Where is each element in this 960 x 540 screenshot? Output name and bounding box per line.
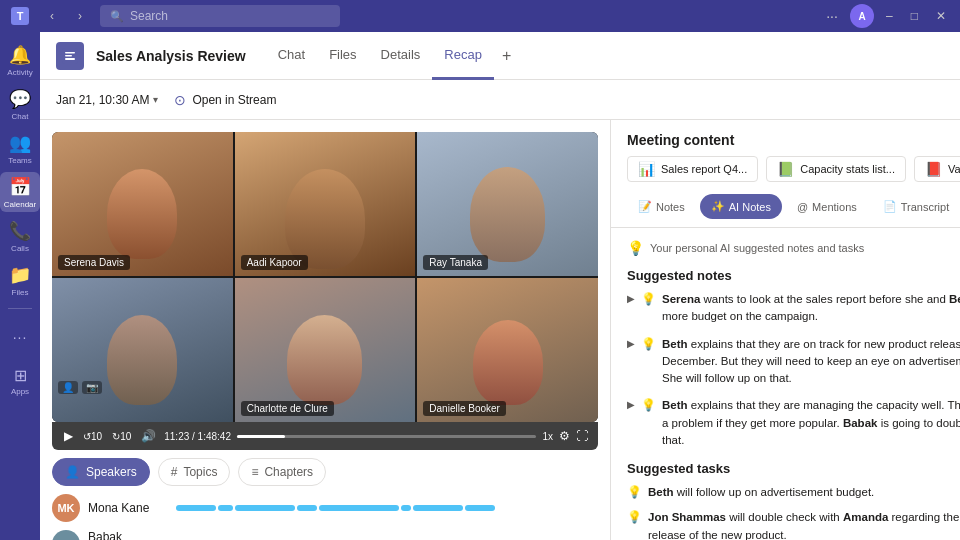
- ai-note-icon: 💡: [641, 292, 656, 306]
- channel-tabs: Chat Files Details Recap +: [266, 32, 520, 80]
- tab-files[interactable]: Files: [317, 32, 368, 80]
- bar-segment: [176, 505, 216, 511]
- sidebar-item-label-teams: Teams: [8, 156, 32, 165]
- date-selector[interactable]: Jan 21, 10:30 AM ▾: [56, 93, 158, 107]
- topics-icon: #: [171, 465, 178, 479]
- suggested-note: ▶ 💡 Beth explains that they are managing…: [627, 397, 960, 449]
- speaker-bars: [176, 504, 598, 512]
- window-close-button[interactable]: ✕: [930, 9, 952, 23]
- channel-icon: [56, 42, 84, 70]
- bar-segment: [401, 505, 411, 511]
- mentions-icon: @: [797, 201, 808, 213]
- playback-speed-button[interactable]: 1x: [542, 431, 553, 442]
- speaker-list: MK Mona Kane: [52, 494, 598, 540]
- files-icon: 📁: [9, 264, 31, 286]
- list-item: BS Babak Shammas: [52, 530, 598, 540]
- minimize-button[interactable]: –: [880, 9, 899, 23]
- video-label-aadi: Aadi Kapoor: [241, 255, 308, 270]
- svg-text:T: T: [17, 10, 24, 22]
- expand-icon[interactable]: ▶: [627, 399, 635, 410]
- task-item: 💡 Jon Shammas will double check with Ama…: [627, 509, 960, 540]
- volume-button[interactable]: 🔊: [139, 427, 158, 445]
- speaker-tab-chapters[interactable]: ≡ Chapters: [238, 458, 326, 486]
- tab-recap[interactable]: Recap: [432, 32, 494, 80]
- title-bar-right: ··· A – □ ✕: [820, 4, 952, 28]
- suggested-tasks-section: Suggested tasks 💡 Beth will follow up on…: [627, 461, 960, 540]
- list-item: MK Mona Kane: [52, 494, 598, 522]
- activity-icon: 🔔: [9, 44, 31, 66]
- chevron-down-icon: ▾: [153, 94, 158, 105]
- video-controls: ▶ ↺10 ↻10 🔊 11:23 / 1:48:42 1x ⚙ ⛶: [52, 422, 598, 450]
- ai-notes-label: AI Notes: [729, 201, 771, 213]
- video-section: Serena Davis Aadi Kapoor: [40, 120, 610, 540]
- tab-transcript[interactable]: 📄 Transcript: [872, 194, 960, 219]
- calls-icon: 📞: [9, 220, 31, 242]
- add-tab-button[interactable]: +: [494, 32, 519, 80]
- tab-chat[interactable]: Chat: [266, 32, 317, 80]
- chapters-label: Chapters: [264, 465, 313, 479]
- open-stream-button[interactable]: ⊙ Open in Stream: [174, 92, 276, 108]
- svg-rect-3: [65, 58, 75, 60]
- calendar-icon: 📅: [9, 176, 31, 198]
- video-label-charlotte: Charlotte de Clure: [241, 401, 334, 416]
- speaker-tab-topics[interactable]: # Topics: [158, 458, 231, 486]
- sidebar-item-calls[interactable]: 📞 Calls: [0, 216, 40, 256]
- nav-back-button[interactable]: ‹: [40, 4, 64, 28]
- forward-button[interactable]: ↻10: [110, 429, 133, 444]
- title-bar-left: T ‹ › 🔍: [8, 4, 340, 28]
- ai-hint-left: 💡 Your personal AI suggested notes and t…: [627, 240, 864, 256]
- settings-button[interactable]: ⚙: [559, 429, 570, 443]
- file-chip-pitch[interactable]: 📕 VanArsdelPitchDe...: [914, 156, 960, 182]
- sidebar: 🔔 Activity 💬 Chat 👥 Teams 📅 Calendar 📞 C…: [0, 32, 40, 540]
- speakers-icon: 👤: [65, 465, 80, 479]
- tab-ai-notes[interactable]: ✨ AI Notes: [700, 194, 782, 219]
- sidebar-item-label-calls: Calls: [11, 244, 29, 253]
- open-stream-label: Open in Stream: [192, 93, 276, 107]
- ai-hint: 💡 Your personal AI suggested notes and t…: [627, 240, 960, 256]
- main-content: Sales Analysis Review Chat Files Details…: [40, 32, 960, 540]
- fullscreen-button[interactable]: ⛶: [576, 429, 588, 443]
- expand-icon[interactable]: ▶: [627, 338, 635, 349]
- sidebar-item-calendar[interactable]: 📅 Calendar: [0, 172, 40, 212]
- bar-segment: [297, 505, 317, 511]
- sidebar-item-apps[interactable]: ⊞ Apps: [0, 361, 40, 401]
- video-label-danielle: Danielle Booker: [423, 401, 506, 416]
- file-icon-pitch: 📕: [925, 161, 942, 177]
- play-button[interactable]: ▶: [62, 427, 75, 445]
- sidebar-item-teams[interactable]: 👥 Teams: [0, 128, 40, 168]
- file-chip-sales[interactable]: 📊 Sales report Q4...: [627, 156, 758, 182]
- progress-fill: [237, 435, 285, 438]
- nav-buttons: ‹ ›: [40, 4, 92, 28]
- file-name-pitch: VanArsdelPitchDe...: [948, 163, 960, 175]
- sidebar-item-label-chat: Chat: [12, 112, 29, 121]
- video-label-serena: Serena Davis: [58, 255, 130, 270]
- nav-forward-button[interactable]: ›: [68, 4, 92, 28]
- speaker-tab-speakers[interactable]: 👤 Speakers: [52, 458, 150, 486]
- video-cell-aadi: Aadi Kapoor: [235, 132, 416, 276]
- tab-notes[interactable]: 📝 Notes: [627, 194, 696, 219]
- transcript-label: Transcript: [901, 201, 950, 213]
- tab-details[interactable]: Details: [369, 32, 433, 80]
- more-options-icon[interactable]: ···: [820, 4, 844, 28]
- search-bar[interactable]: 🔍: [100, 5, 340, 27]
- expand-icon[interactable]: ▶: [627, 293, 635, 304]
- notes-label: Notes: [656, 201, 685, 213]
- bar-segment: [235, 505, 295, 511]
- progress-bar[interactable]: [237, 435, 536, 438]
- tab-mentions[interactable]: @ Mentions: [786, 194, 868, 219]
- video-wrapper: Serena Davis Aadi Kapoor: [52, 132, 598, 450]
- sidebar-item-more[interactable]: ···: [0, 317, 40, 357]
- sidebar-item-chat[interactable]: 💬 Chat: [0, 84, 40, 124]
- speakers-label: Speakers: [86, 465, 137, 479]
- rewind-button[interactable]: ↺10: [81, 429, 104, 444]
- file-chip-capacity[interactable]: 📗 Capacity stats list...: [766, 156, 906, 182]
- ai-hint-text: Your personal AI suggested notes and tas…: [650, 242, 864, 254]
- user-avatar[interactable]: A: [850, 4, 874, 28]
- search-input[interactable]: [130, 9, 330, 23]
- sidebar-item-files[interactable]: 📁 Files: [0, 260, 40, 300]
- stream-icon: ⊙: [174, 92, 186, 108]
- maximize-button[interactable]: □: [905, 9, 924, 23]
- notes-icon: 📝: [638, 200, 652, 213]
- teams-logo-icon: T: [8, 4, 32, 28]
- sidebar-item-activity[interactable]: 🔔 Activity: [0, 40, 40, 80]
